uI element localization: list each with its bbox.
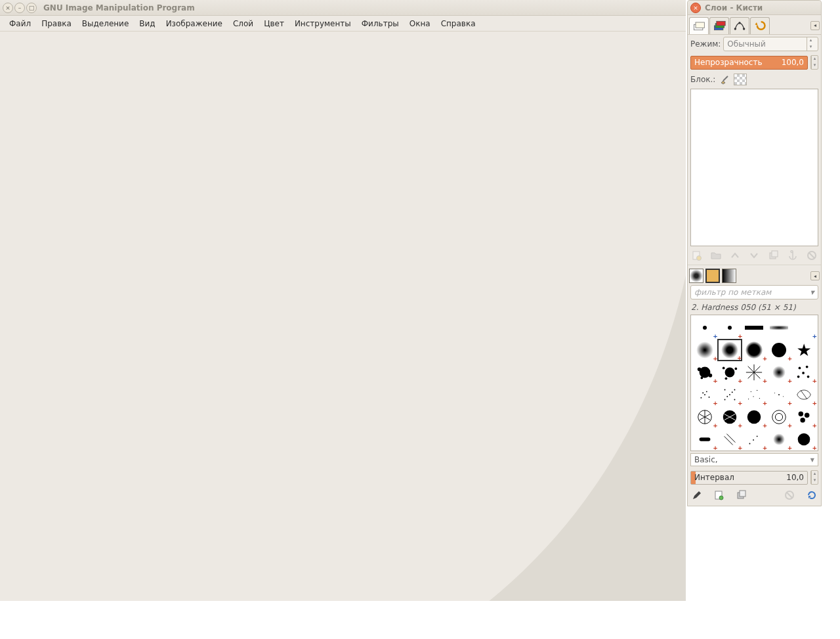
mode-combo[interactable]: Обычный ▴▾ (723, 37, 818, 51)
lock-pixels-toggle[interactable] (718, 74, 731, 85)
lock-row: Блок.: (688, 72, 821, 87)
window-maximize-icon[interactable]: □ (26, 3, 37, 13)
main-titlebar[interactable]: × – □ GNU Image Manipulation Program (0, 0, 686, 16)
duplicate-layer-button[interactable] (767, 249, 780, 262)
lower-layer-button[interactable] (747, 249, 761, 262)
empty-canvas-area[interactable] (0, 32, 686, 601)
anchor-layer-button[interactable] (786, 249, 799, 262)
opacity-spinner[interactable]: ▴▾ (810, 55, 818, 70)
brush-item[interactable]: + (791, 428, 816, 451)
menu-edit[interactable]: Правка (41, 19, 72, 28)
window-close-icon[interactable]: × (3, 3, 13, 13)
menu-select[interactable]: Выделение (82, 19, 129, 28)
opacity-label: Непрозрачность (694, 58, 763, 67)
interval-slider[interactable]: Интервал 10,0 (690, 471, 808, 485)
menu-colors[interactable]: Цвет (264, 19, 284, 28)
svg-point-52 (774, 393, 775, 393)
brush-filter-combo[interactable]: фильтр по меткам ▼ (690, 285, 818, 299)
dock-titlebar[interactable]: × Слои - Кисти (688, 1, 821, 15)
interval-spinner[interactable]: ▴▾ (810, 470, 818, 485)
chevron-down-icon (749, 251, 759, 260)
brush-item[interactable]: + (791, 361, 816, 384)
svg-point-50 (759, 398, 760, 399)
brush-item[interactable]: + (717, 384, 742, 406)
brush-item[interactable]: + (742, 384, 767, 406)
svg-point-42 (724, 399, 725, 401)
dock-close-icon[interactable]: × (690, 3, 701, 13)
brush-item[interactable]: + (717, 317, 742, 339)
brush-item[interactable]: + (791, 317, 816, 339)
brush-item[interactable]: + (692, 361, 717, 384)
brush-item[interactable]: + (717, 406, 742, 428)
brush-item[interactable]: + (766, 406, 791, 428)
delete-layer-button[interactable] (805, 249, 818, 262)
brush-item-selected[interactable]: + (717, 339, 742, 361)
svg-line-63 (724, 436, 732, 445)
dropdown-icon: ▼ (810, 290, 814, 296)
brush-item[interactable]: + (692, 406, 717, 428)
opacity-slider[interactable]: Непрозрачность 100,0 (690, 56, 808, 70)
new-group-button[interactable] (709, 249, 723, 262)
brush-item[interactable]: + (742, 428, 767, 451)
brush-item[interactable]: + (742, 406, 767, 428)
brush-item[interactable]: + (766, 384, 791, 406)
svg-point-66 (753, 439, 755, 441)
svg-point-59 (799, 412, 803, 416)
menu-layer[interactable]: Слой (233, 19, 253, 28)
menu-help[interactable]: Справка (441, 19, 476, 28)
delete-brush-button[interactable] (783, 489, 796, 502)
menu-tools[interactable]: Инструменты (295, 19, 351, 28)
menu-image[interactable]: Изображение (166, 19, 222, 28)
brush-item[interactable]: + (742, 361, 767, 384)
brush-tab-menu-button[interactable]: ◂ (810, 271, 820, 280)
tab-brushes[interactable] (689, 269, 704, 283)
brush-item[interactable]: + (692, 317, 717, 339)
menu-filters[interactable]: Фильтры (362, 19, 399, 28)
window-minimize-icon[interactable]: – (14, 3, 25, 13)
edit-brush-button[interactable] (690, 489, 704, 502)
brush-item[interactable]: + (766, 361, 791, 384)
tab-gradients[interactable] (722, 269, 736, 283)
combo-spinner-icon: ▴▾ (807, 37, 814, 51)
menu-view[interactable]: Вид (139, 19, 155, 28)
menubar: Файл Правка Выделение Вид Изображение Сл… (0, 16, 686, 32)
tab-layers[interactable] (689, 17, 709, 34)
brush-item[interactable] (766, 317, 791, 339)
anchor-icon (788, 250, 798, 261)
brush-item[interactable]: ★ (791, 339, 816, 361)
duplicate-brush-button[interactable] (735, 489, 748, 502)
tab-undo-history[interactable] (750, 17, 770, 34)
brush-item[interactable]: + (766, 428, 791, 451)
brush-item[interactable]: + (692, 428, 717, 451)
lock-alpha-toggle[interactable] (734, 74, 747, 85)
brush-item[interactable]: + (717, 361, 742, 384)
brush-item[interactable]: + (791, 406, 816, 428)
opacity-value: 100,0 (782, 58, 804, 67)
brush-tags-combo[interactable]: Basic, ▼ (690, 453, 818, 466)
tab-menu-button[interactable]: ◂ (810, 21, 820, 30)
brush-item[interactable]: + (791, 384, 816, 406)
paintbrush-icon (719, 74, 730, 85)
menu-windows[interactable]: Окна (410, 19, 430, 28)
brush-filter-placeholder: фильтр по меткам (694, 288, 771, 297)
duplicate-icon (768, 250, 779, 261)
new-layer-button[interactable] (690, 249, 704, 262)
svg-point-49 (748, 399, 749, 399)
menu-file[interactable]: Файл (9, 19, 31, 28)
layers-icon (692, 19, 705, 32)
svg-rect-5 (696, 22, 704, 28)
brush-item[interactable]: + (717, 428, 742, 451)
tab-channels[interactable] (709, 17, 729, 34)
tab-paths[interactable] (730, 17, 749, 34)
layers-list[interactable] (690, 89, 818, 246)
brush-item[interactable]: + (692, 339, 717, 361)
raise-layer-button[interactable] (728, 249, 742, 262)
brush-item[interactable] (742, 317, 767, 339)
brush-item[interactable]: + (692, 384, 717, 406)
refresh-brushes-button[interactable] (805, 489, 818, 502)
brush-grid[interactable]: + + + + + + + ★ + + + + + + + + + + + + … (690, 315, 818, 451)
new-brush-button[interactable] (713, 489, 726, 502)
brush-item[interactable]: + (742, 339, 767, 361)
brush-item[interactable]: + (766, 339, 791, 361)
tab-patterns[interactable] (705, 269, 720, 283)
